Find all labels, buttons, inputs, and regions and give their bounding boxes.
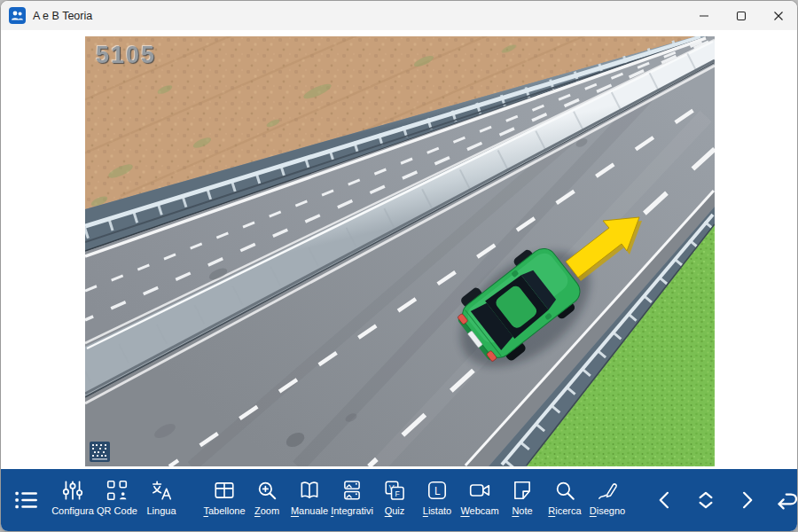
chevrons-up-down-icon bbox=[693, 488, 718, 512]
return-arrow-icon bbox=[774, 487, 798, 513]
toolbar-button-manuale[interactable]: Manuale bbox=[288, 469, 331, 531]
toolbar-button-reorder[interactable] bbox=[685, 469, 726, 531]
translate-icon bbox=[150, 479, 173, 502]
toolbar-label: Webcam bbox=[460, 505, 498, 516]
toolbar-button-return[interactable] bbox=[767, 469, 798, 531]
toolbar-button-configura[interactable]: Configura bbox=[51, 469, 95, 531]
menu-list-icon bbox=[12, 488, 39, 512]
app-icon bbox=[9, 7, 26, 24]
toolbar-label: Lingua bbox=[146, 505, 176, 516]
toolbar-label: Quiz bbox=[385, 505, 405, 516]
toolbar: Configura QR Code Lingua bbox=[1, 469, 797, 531]
svg-text:F: F bbox=[395, 489, 399, 498]
toolbar-button-lingua[interactable]: Lingua bbox=[139, 469, 184, 531]
lesson-image[interactable]: 5105 bbox=[85, 36, 715, 466]
toolbar-label: Manuale bbox=[291, 505, 328, 516]
stacked-images-icon bbox=[340, 479, 364, 502]
toolbar-label: QR Code bbox=[97, 505, 137, 516]
note-icon bbox=[511, 479, 534, 502]
toolbar-button-previous[interactable] bbox=[645, 469, 685, 531]
app-window: A e B Teoria bbox=[0, 0, 798, 532]
toolbar-label: Tabellone bbox=[203, 505, 245, 516]
toolbar-button-zoom[interactable]: Zoom bbox=[246, 469, 288, 531]
toolbar-button-listato[interactable]: L Listato bbox=[416, 469, 458, 531]
toolbar-button-next[interactable] bbox=[726, 469, 767, 531]
video-camera-icon bbox=[468, 479, 491, 502]
letter-l-icon: L bbox=[426, 479, 449, 502]
toolbar-label: Listato bbox=[423, 505, 451, 516]
toolbar-button-disegno[interactable]: Disegno bbox=[586, 469, 629, 531]
maximize-icon bbox=[736, 11, 747, 21]
toolbar-button-menu[interactable] bbox=[1, 469, 51, 531]
qr-code-icon bbox=[106, 479, 129, 502]
question-number: 5105 bbox=[96, 42, 156, 69]
chevron-right-icon bbox=[734, 488, 759, 512]
chevron-left-icon bbox=[653, 488, 677, 512]
pen-icon bbox=[596, 479, 619, 502]
toolbar-label: Integrativi bbox=[331, 505, 373, 516]
window-title: A e B Teoria bbox=[33, 10, 92, 22]
zoom-in-icon bbox=[255, 479, 278, 502]
open-book-icon bbox=[298, 479, 321, 502]
toolbar-button-qr-code[interactable]: QR Code bbox=[95, 469, 139, 531]
window-controls bbox=[685, 1, 797, 30]
qr-code-stamp-icon bbox=[90, 442, 110, 462]
svg-text:L: L bbox=[434, 485, 441, 497]
toolbar-label: Ricerca bbox=[548, 505, 581, 516]
sliders-icon bbox=[61, 479, 84, 502]
highway-illustration bbox=[85, 36, 715, 466]
close-icon bbox=[773, 11, 784, 21]
toolbar-button-webcam[interactable]: Webcam bbox=[458, 469, 501, 531]
true-false-icon: V F bbox=[383, 479, 406, 502]
table-grid-icon bbox=[213, 479, 236, 502]
minimize-icon bbox=[699, 11, 709, 21]
search-icon bbox=[553, 479, 576, 502]
toolbar-label: Disegno bbox=[590, 505, 625, 516]
toolbar-button-ricerca[interactable]: Ricerca bbox=[544, 469, 586, 531]
maximize-button[interactable] bbox=[723, 1, 760, 30]
toolbar-button-tabellone[interactable]: Tabellone bbox=[203, 469, 246, 531]
toolbar-label: Note bbox=[512, 505, 532, 516]
toolbar-label: Configura bbox=[51, 505, 94, 516]
toolbar-label: Zoom bbox=[254, 505, 279, 516]
close-button[interactable] bbox=[760, 1, 797, 30]
toolbar-button-integrativi[interactable]: Integrativi bbox=[331, 469, 373, 531]
toolbar-button-quiz[interactable]: V F Quiz bbox=[373, 469, 416, 531]
title-bar: A e B Teoria bbox=[1, 1, 797, 30]
minimize-button[interactable] bbox=[685, 1, 723, 30]
toolbar-button-note[interactable]: Note bbox=[501, 469, 544, 531]
